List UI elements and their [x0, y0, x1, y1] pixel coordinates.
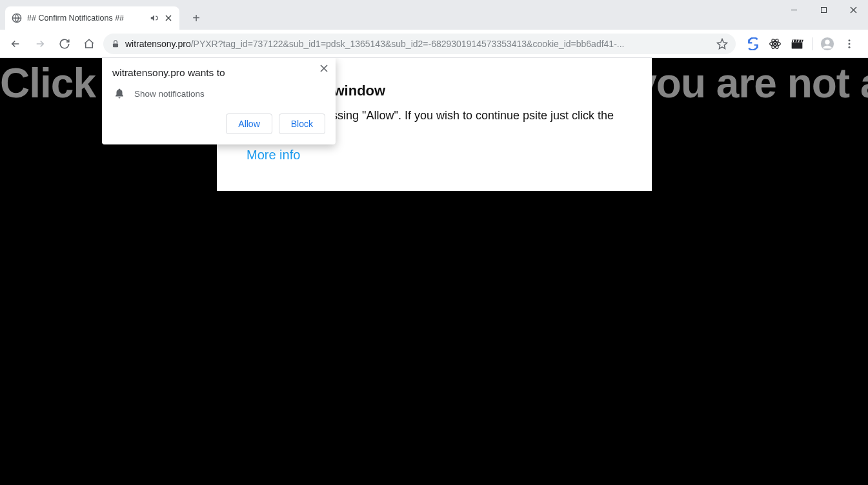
permission-popup: witratensony.pro wants to Show notificat…: [102, 58, 336, 144]
window-controls: [779, 0, 868, 19]
extension-atom-icon[interactable]: [768, 37, 782, 51]
back-button[interactable]: [5, 34, 26, 54]
svg-rect-2: [113, 43, 118, 47]
svg-point-10: [849, 39, 851, 41]
extension-icons: [740, 37, 863, 51]
svg-rect-7: [792, 42, 803, 48]
home-button[interactable]: [79, 34, 99, 54]
speaker-icon[interactable]: [150, 14, 159, 23]
tab-strip: ## Confirm Notifications ## +: [0, 0, 868, 30]
url-domain: witratensony.pro: [125, 39, 191, 49]
svg-point-9: [825, 39, 829, 44]
url-text: witratensony.pro/PYXR?tag_id=737122&sub_…: [125, 39, 711, 49]
window-minimize-button[interactable]: [779, 0, 809, 19]
bell-icon: [114, 88, 125, 99]
bookmark-star-icon[interactable]: [716, 38, 728, 50]
lock-icon[interactable]: [111, 39, 120, 48]
address-bar[interactable]: witratensony.pro/PYXR?tag_id=737122&sub_…: [103, 34, 736, 54]
new-tab-button[interactable]: +: [187, 9, 205, 27]
extension-sync-icon[interactable]: [746, 37, 760, 51]
page-content: Click the "Allow" button to verify you a…: [0, 58, 868, 485]
popup-title: witratensony.pro wants to: [112, 67, 325, 79]
extension-clapper-icon[interactable]: [790, 37, 804, 51]
reload-button[interactable]: [54, 34, 75, 54]
svg-point-3: [774, 43, 776, 45]
svg-point-12: [849, 46, 851, 48]
profile-icon[interactable]: [820, 37, 834, 51]
popup-buttons: Allow Block: [112, 114, 325, 134]
toolbar-divider: [812, 37, 812, 50]
popup-close-icon[interactable]: [320, 64, 328, 72]
menu-dots-icon[interactable]: [842, 37, 856, 51]
toolbar: witratensony.pro/PYXR?tag_id=737122&sub_…: [0, 30, 868, 58]
browser-tab[interactable]: ## Confirm Notifications ##: [5, 6, 179, 30]
permission-row: Show notifications: [112, 88, 325, 99]
allow-button[interactable]: Allow: [226, 114, 272, 134]
svg-point-11: [849, 43, 851, 45]
browser-chrome: ## Confirm Notifications ## +: [0, 0, 868, 58]
tab-title: ## Confirm Notifications ##: [27, 14, 145, 23]
globe-icon: [12, 13, 22, 23]
svg-rect-1: [821, 7, 826, 12]
forward-button[interactable]: [30, 34, 50, 54]
more-info-link[interactable]: More info: [247, 148, 300, 162]
window-maximize-button[interactable]: [809, 0, 838, 19]
permission-label: Show notifications: [134, 89, 205, 99]
window-close-button[interactable]: [838, 0, 868, 19]
block-button[interactable]: Block: [279, 114, 325, 134]
tab-close-icon[interactable]: [164, 14, 173, 23]
url-path: /PYXR?tag_id=737122&sub_id1=pdsk_1365143…: [191, 39, 625, 49]
